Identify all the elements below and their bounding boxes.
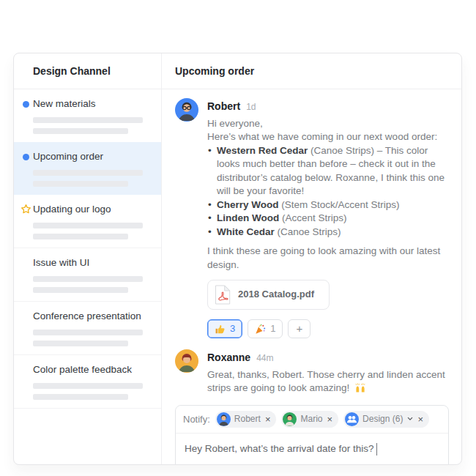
message-line: Great, thanks, Robert. Those cherry and … bbox=[207, 368, 451, 395]
reaction-count: 1 bbox=[270, 322, 275, 336]
avatar bbox=[175, 349, 198, 373]
sidebar-item-label: Updating our logo bbox=[33, 204, 155, 215]
remove-chip-icon[interactable]: × bbox=[327, 414, 332, 425]
bullet-bold: Cherry Wood bbox=[217, 199, 279, 210]
chip-name: Robert bbox=[234, 414, 261, 424]
page: Design Channel New materials Upcoming or… bbox=[0, 0, 476, 476]
comment-input-value: Hey Robert, what’s the arrival date for … bbox=[185, 443, 374, 454]
chevron-down-icon[interactable] bbox=[407, 417, 413, 421]
text-cursor bbox=[376, 443, 377, 455]
message-robert: Robert 1d Hi everyone, Here’s what we ha… bbox=[175, 98, 451, 338]
chip-name: Design (6) bbox=[362, 414, 403, 424]
message-header: Roxanne 44m bbox=[207, 351, 451, 365]
placeholder-line bbox=[33, 341, 128, 346]
comment-composer: Notify: Robert × bbox=[175, 405, 449, 466]
bullet-item: Western Red Cedar (Canoe Strips) – This … bbox=[207, 144, 451, 198]
notify-label: Notify: bbox=[183, 414, 210, 425]
placeholder-line bbox=[33, 117, 143, 123]
placeholder-line bbox=[33, 234, 128, 239]
author-name: Robert bbox=[207, 100, 240, 114]
reactions-bar: 3 1 bbox=[207, 319, 451, 338]
chip-name: Mario bbox=[300, 414, 322, 424]
notify-chip-mario[interactable]: Mario × bbox=[281, 411, 338, 428]
placeholder-line bbox=[33, 330, 143, 335]
comment-input[interactable]: Hey Robert, what’s the arrival date for … bbox=[176, 434, 448, 466]
sidebar-item-label: Color palette feedback bbox=[33, 364, 155, 376]
bullet-rest: (Canoe Strips) bbox=[275, 226, 341, 237]
sidebar-item-updating-our-logo[interactable]: Updating our logo bbox=[14, 195, 161, 248]
bullet-bold: Western Red Cedar bbox=[217, 145, 308, 156]
group-icon bbox=[345, 412, 359, 426]
bullet-bold: Linden Wood bbox=[217, 212, 279, 223]
thread-title: Upcoming order bbox=[162, 53, 461, 89]
attachment-filename: 2018 Catalog.pdf bbox=[238, 288, 314, 302]
placeholder-line bbox=[33, 287, 128, 293]
reaction-count: 3 bbox=[230, 322, 235, 336]
bullet-item: Cherry Wood (Stem Stock/Accent Strips) bbox=[207, 198, 451, 212]
notify-chip-robert[interactable]: Robert × bbox=[215, 411, 277, 428]
timestamp: 1d bbox=[246, 100, 256, 114]
remove-chip-icon[interactable]: × bbox=[417, 414, 423, 425]
avatar bbox=[175, 98, 198, 122]
message-line: Hi everyone, bbox=[207, 117, 451, 131]
placeholder-line bbox=[33, 128, 128, 134]
unread-dot-icon bbox=[23, 101, 29, 108]
message-line: I think these are going to look amazing … bbox=[207, 245, 451, 272]
sidebar: Design Channel New materials Upcoming or… bbox=[14, 53, 162, 464]
bullet-bold: White Cedar bbox=[217, 226, 275, 237]
reaction-party-popper[interactable]: 1 bbox=[248, 319, 283, 338]
sidebar-item-label: New materials bbox=[33, 98, 155, 110]
bullet-item: White Cedar (Canoe Strips) bbox=[207, 226, 451, 239]
sidebar-item-upcoming-order[interactable]: Upcoming order bbox=[14, 142, 161, 195]
sidebar-item-label: Issue with UI bbox=[33, 257, 155, 269]
party-popper-icon bbox=[255, 324, 266, 335]
thumbs-up-icon bbox=[215, 324, 226, 335]
avatar bbox=[283, 412, 297, 426]
add-reaction-button[interactable]: + bbox=[288, 319, 310, 338]
plus-icon: + bbox=[296, 322, 302, 336]
sidebar-item-conference-presentation[interactable]: Conference presentation bbox=[14, 302, 161, 355]
unread-dot-icon bbox=[23, 154, 29, 160]
placeholder-line bbox=[33, 394, 128, 400]
star-icon bbox=[21, 204, 31, 215]
avatar bbox=[217, 412, 231, 426]
message-line: Here’s what we have coming in our next w… bbox=[207, 130, 451, 144]
notify-chip-design-group[interactable]: Design (6) × bbox=[343, 411, 429, 428]
raising-hands-icon bbox=[354, 382, 366, 393]
message-text: Great, thanks, Robert. Those cherry and … bbox=[207, 369, 445, 394]
message-roxanne: Roxanne 44m Great, thanks, Robert. Those… bbox=[175, 349, 451, 395]
bullet-item: Linden Wood (Accent Strips) bbox=[207, 212, 451, 226]
sidebar-item-color-palette-feedback[interactable]: Color palette feedback bbox=[14, 355, 161, 409]
thread-content: Robert 1d Hi everyone, Here’s what we ha… bbox=[162, 89, 461, 465]
remove-chip-icon[interactable]: × bbox=[265, 414, 271, 425]
sidebar-item-label: Conference presentation bbox=[33, 310, 155, 322]
placeholder-line bbox=[33, 170, 143, 176]
sidebar-item-issue-with-ui[interactable]: Issue with UI bbox=[14, 248, 161, 302]
pdf-attachment[interactable]: 2018 Catalog.pdf bbox=[207, 280, 330, 310]
sidebar-title: Design Channel bbox=[14, 53, 161, 89]
message-header: Robert 1d bbox=[207, 100, 451, 114]
notify-row: Notify: Robert × bbox=[176, 406, 448, 434]
reaction-thumbs-up[interactable]: 3 bbox=[207, 319, 242, 338]
channel-card: Design Channel New materials Upcoming or… bbox=[13, 53, 462, 465]
sidebar-item-new-materials[interactable]: New materials bbox=[14, 89, 161, 142]
timestamp: 44m bbox=[256, 352, 273, 365]
bullet-rest: (Accent Strips) bbox=[279, 212, 346, 223]
message-body: Robert 1d Hi everyone, Here’s what we ha… bbox=[207, 98, 451, 338]
message-body: Roxanne 44m Great, thanks, Robert. Those… bbox=[207, 349, 451, 395]
placeholder-line bbox=[33, 383, 143, 389]
placeholder-line bbox=[33, 181, 128, 187]
thread-panel: Upcoming order bbox=[162, 53, 461, 464]
placeholder-line bbox=[33, 223, 143, 228]
placeholder-line bbox=[33, 276, 143, 282]
bullet-rest: (Stem Stock/Accent Strips) bbox=[279, 199, 400, 210]
author-name: Roxanne bbox=[207, 351, 250, 365]
pdf-file-icon bbox=[215, 285, 231, 305]
sidebar-item-label: Upcoming order bbox=[33, 151, 155, 163]
